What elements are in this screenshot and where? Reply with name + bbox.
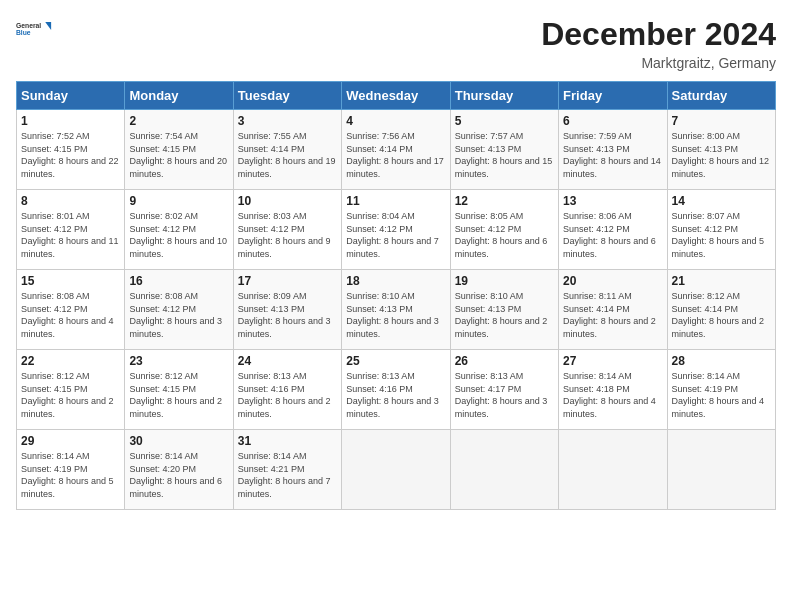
day-number: 11 — [346, 194, 445, 208]
day-info: Sunrise: 8:05 AMSunset: 4:12 PMDaylight:… — [455, 210, 554, 260]
general-blue-logo-icon: GeneralBlue — [16, 16, 52, 44]
calendar-cell: 26Sunrise: 8:13 AMSunset: 4:17 PMDayligh… — [450, 350, 558, 430]
col-saturday: Saturday — [667, 82, 775, 110]
day-number: 24 — [238, 354, 337, 368]
calendar-cell: 15Sunrise: 8:08 AMSunset: 4:12 PMDayligh… — [17, 270, 125, 350]
calendar-cell: 12Sunrise: 8:05 AMSunset: 4:12 PMDayligh… — [450, 190, 558, 270]
day-number: 26 — [455, 354, 554, 368]
day-number: 16 — [129, 274, 228, 288]
day-number: 18 — [346, 274, 445, 288]
day-info: Sunrise: 8:01 AMSunset: 4:12 PMDaylight:… — [21, 210, 120, 260]
day-number: 23 — [129, 354, 228, 368]
day-number: 27 — [563, 354, 662, 368]
day-info: Sunrise: 8:12 AMSunset: 4:14 PMDaylight:… — [672, 290, 771, 340]
calendar-cell: 18Sunrise: 8:10 AMSunset: 4:13 PMDayligh… — [342, 270, 450, 350]
calendar-cell: 28Sunrise: 8:14 AMSunset: 4:19 PMDayligh… — [667, 350, 775, 430]
calendar-cell — [450, 430, 558, 510]
day-number: 15 — [21, 274, 120, 288]
location: Marktgraitz, Germany — [541, 55, 776, 71]
col-tuesday: Tuesday — [233, 82, 341, 110]
calendar-cell: 19Sunrise: 8:10 AMSunset: 4:13 PMDayligh… — [450, 270, 558, 350]
day-number: 8 — [21, 194, 120, 208]
calendar-cell: 5Sunrise: 7:57 AMSunset: 4:13 PMDaylight… — [450, 110, 558, 190]
calendar-cell: 13Sunrise: 8:06 AMSunset: 4:12 PMDayligh… — [559, 190, 667, 270]
calendar-cell: 23Sunrise: 8:12 AMSunset: 4:15 PMDayligh… — [125, 350, 233, 430]
day-info: Sunrise: 8:03 AMSunset: 4:12 PMDaylight:… — [238, 210, 337, 260]
day-info: Sunrise: 8:09 AMSunset: 4:13 PMDaylight:… — [238, 290, 337, 340]
week-row-1: 1Sunrise: 7:52 AMSunset: 4:15 PMDaylight… — [17, 110, 776, 190]
day-number: 13 — [563, 194, 662, 208]
day-number: 14 — [672, 194, 771, 208]
week-row-5: 29Sunrise: 8:14 AMSunset: 4:19 PMDayligh… — [17, 430, 776, 510]
page: GeneralBlue December 2024 Marktgraitz, G… — [0, 0, 792, 612]
calendar-cell: 21Sunrise: 8:12 AMSunset: 4:14 PMDayligh… — [667, 270, 775, 350]
calendar-cell: 8Sunrise: 8:01 AMSunset: 4:12 PMDaylight… — [17, 190, 125, 270]
calendar-cell — [342, 430, 450, 510]
calendar-cell: 11Sunrise: 8:04 AMSunset: 4:12 PMDayligh… — [342, 190, 450, 270]
calendar-cell: 7Sunrise: 8:00 AMSunset: 4:13 PMDaylight… — [667, 110, 775, 190]
col-wednesday: Wednesday — [342, 82, 450, 110]
calendar-cell: 2Sunrise: 7:54 AMSunset: 4:15 PMDaylight… — [125, 110, 233, 190]
day-info: Sunrise: 7:55 AMSunset: 4:14 PMDaylight:… — [238, 130, 337, 180]
day-info: Sunrise: 8:07 AMSunset: 4:12 PMDaylight:… — [672, 210, 771, 260]
day-info: Sunrise: 7:56 AMSunset: 4:14 PMDaylight:… — [346, 130, 445, 180]
calendar-cell: 14Sunrise: 8:07 AMSunset: 4:12 PMDayligh… — [667, 190, 775, 270]
calendar-cell: 1Sunrise: 7:52 AMSunset: 4:15 PMDaylight… — [17, 110, 125, 190]
header-row: Sunday Monday Tuesday Wednesday Thursday… — [17, 82, 776, 110]
day-info: Sunrise: 7:54 AMSunset: 4:15 PMDaylight:… — [129, 130, 228, 180]
day-number: 28 — [672, 354, 771, 368]
day-info: Sunrise: 8:10 AMSunset: 4:13 PMDaylight:… — [346, 290, 445, 340]
day-info: Sunrise: 8:14 AMSunset: 4:19 PMDaylight:… — [21, 450, 120, 500]
day-info: Sunrise: 8:08 AMSunset: 4:12 PMDaylight:… — [129, 290, 228, 340]
day-number: 5 — [455, 114, 554, 128]
day-info: Sunrise: 8:00 AMSunset: 4:13 PMDaylight:… — [672, 130, 771, 180]
day-number: 25 — [346, 354, 445, 368]
day-info: Sunrise: 8:14 AMSunset: 4:20 PMDaylight:… — [129, 450, 228, 500]
day-info: Sunrise: 8:13 AMSunset: 4:16 PMDaylight:… — [346, 370, 445, 420]
calendar-cell: 27Sunrise: 8:14 AMSunset: 4:18 PMDayligh… — [559, 350, 667, 430]
day-info: Sunrise: 7:59 AMSunset: 4:13 PMDaylight:… — [563, 130, 662, 180]
week-row-4: 22Sunrise: 8:12 AMSunset: 4:15 PMDayligh… — [17, 350, 776, 430]
day-number: 3 — [238, 114, 337, 128]
svg-text:General: General — [16, 22, 41, 29]
day-number: 21 — [672, 274, 771, 288]
calendar-cell: 9Sunrise: 8:02 AMSunset: 4:12 PMDaylight… — [125, 190, 233, 270]
day-info: Sunrise: 8:14 AMSunset: 4:21 PMDaylight:… — [238, 450, 337, 500]
col-sunday: Sunday — [17, 82, 125, 110]
day-number: 1 — [21, 114, 120, 128]
day-number: 29 — [21, 434, 120, 448]
day-info: Sunrise: 8:12 AMSunset: 4:15 PMDaylight:… — [21, 370, 120, 420]
svg-marker-2 — [45, 22, 51, 30]
calendar-cell: 25Sunrise: 8:13 AMSunset: 4:16 PMDayligh… — [342, 350, 450, 430]
calendar-cell: 3Sunrise: 7:55 AMSunset: 4:14 PMDaylight… — [233, 110, 341, 190]
calendar-cell: 31Sunrise: 8:14 AMSunset: 4:21 PMDayligh… — [233, 430, 341, 510]
day-info: Sunrise: 8:13 AMSunset: 4:16 PMDaylight:… — [238, 370, 337, 420]
header: GeneralBlue December 2024 Marktgraitz, G… — [16, 16, 776, 71]
day-number: 2 — [129, 114, 228, 128]
calendar-cell: 30Sunrise: 8:14 AMSunset: 4:20 PMDayligh… — [125, 430, 233, 510]
day-number: 4 — [346, 114, 445, 128]
day-info: Sunrise: 8:10 AMSunset: 4:13 PMDaylight:… — [455, 290, 554, 340]
day-number: 12 — [455, 194, 554, 208]
calendar-cell: 16Sunrise: 8:08 AMSunset: 4:12 PMDayligh… — [125, 270, 233, 350]
day-number: 31 — [238, 434, 337, 448]
calendar-cell — [559, 430, 667, 510]
svg-text:Blue: Blue — [16, 29, 31, 36]
calendar-cell: 6Sunrise: 7:59 AMSunset: 4:13 PMDaylight… — [559, 110, 667, 190]
day-number: 20 — [563, 274, 662, 288]
day-info: Sunrise: 8:02 AMSunset: 4:12 PMDaylight:… — [129, 210, 228, 260]
day-number: 6 — [563, 114, 662, 128]
calendar-table: Sunday Monday Tuesday Wednesday Thursday… — [16, 81, 776, 510]
col-monday: Monday — [125, 82, 233, 110]
logo: GeneralBlue — [16, 16, 52, 44]
calendar-cell: 29Sunrise: 8:14 AMSunset: 4:19 PMDayligh… — [17, 430, 125, 510]
day-info: Sunrise: 7:52 AMSunset: 4:15 PMDaylight:… — [21, 130, 120, 180]
day-number: 7 — [672, 114, 771, 128]
day-info: Sunrise: 8:08 AMSunset: 4:12 PMDaylight:… — [21, 290, 120, 340]
calendar-cell — [667, 430, 775, 510]
calendar-cell: 24Sunrise: 8:13 AMSunset: 4:16 PMDayligh… — [233, 350, 341, 430]
day-number: 9 — [129, 194, 228, 208]
month-title: December 2024 — [541, 16, 776, 53]
day-number: 19 — [455, 274, 554, 288]
calendar-cell: 22Sunrise: 8:12 AMSunset: 4:15 PMDayligh… — [17, 350, 125, 430]
